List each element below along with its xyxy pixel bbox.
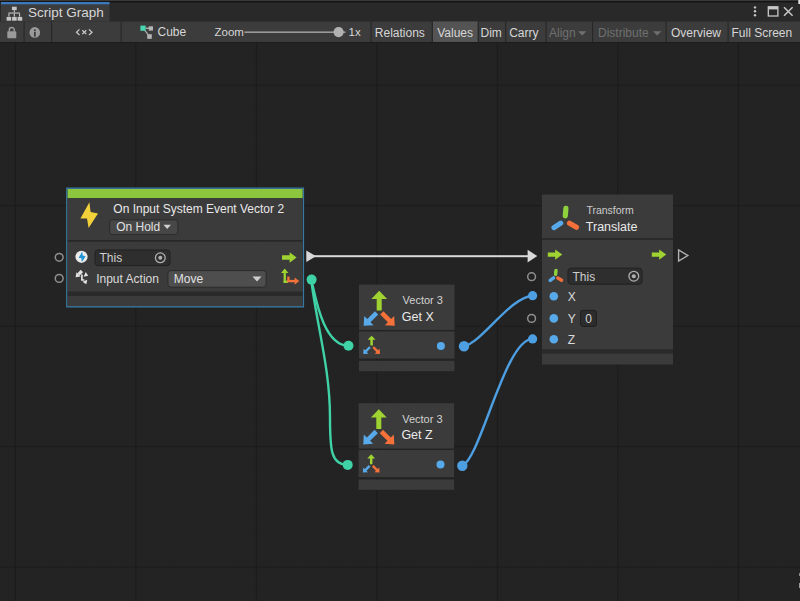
svg-text:Translate: Translate [586, 220, 638, 234]
svg-text:Transform: Transform [586, 204, 634, 216]
svg-text:Values: Values [437, 26, 473, 40]
svg-text:Zoom: Zoom [215, 26, 244, 38]
svg-text:Script Graph: Script Graph [28, 5, 104, 20]
svg-text:Move: Move [174, 272, 204, 286]
svg-text:0: 0 [585, 312, 592, 326]
svg-text:Cube: Cube [158, 25, 187, 39]
svg-text:Vector 3: Vector 3 [403, 294, 443, 306]
svg-text:X: X [568, 290, 576, 304]
svg-text:This: This [573, 270, 596, 284]
svg-text:Get Z: Get Z [401, 428, 433, 442]
svg-text:On Hold: On Hold [116, 220, 160, 234]
svg-text:Relations: Relations [375, 26, 425, 40]
svg-text:This: This [100, 251, 123, 265]
svg-text:Carry: Carry [509, 26, 538, 40]
svg-text:Y: Y [568, 312, 576, 326]
svg-text:On Input System Event Vector 2: On Input System Event Vector 2 [113, 202, 284, 216]
svg-text:Vector 3: Vector 3 [402, 413, 442, 425]
svg-text:Full Screen: Full Screen [732, 26, 793, 40]
svg-text:Dim: Dim [481, 26, 502, 40]
svg-text:1x: 1x [349, 26, 361, 38]
svg-text:Distribute: Distribute [598, 26, 649, 40]
svg-text:Overview: Overview [671, 26, 721, 40]
svg-text:Input Action: Input Action [96, 272, 159, 286]
svg-text:Align: Align [549, 26, 576, 40]
svg-text:Get X: Get X [402, 310, 435, 324]
svg-text:Z: Z [568, 333, 575, 347]
